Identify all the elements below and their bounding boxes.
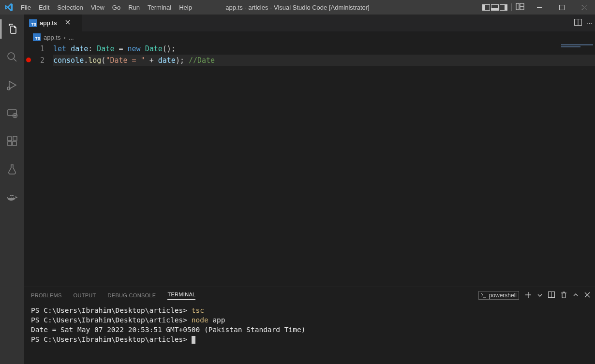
menu-help[interactable]: Help bbox=[175, 1, 196, 14]
svg-rect-16 bbox=[8, 142, 12, 146]
svg-rect-0 bbox=[516, 3, 519, 10]
token-variable: date bbox=[158, 56, 176, 65]
token-punct: . bbox=[84, 56, 88, 65]
bottom-panel: PROBLEMS OUTPUT DEBUG CONSOLE TERMINAL p… bbox=[24, 287, 595, 364]
title-bar-right bbox=[482, 0, 595, 15]
token-punct: ); bbox=[176, 56, 189, 65]
vscode-logo-icon bbox=[0, 3, 17, 12]
line-number-gutter: 1 2 bbox=[33, 43, 53, 287]
activity-explorer-icon[interactable] bbox=[0, 19, 24, 39]
tab-output[interactable]: OUTPUT bbox=[74, 292, 96, 298]
tab-terminal[interactable]: TERMINAL bbox=[167, 291, 195, 300]
svg-rect-2 bbox=[520, 7, 524, 10]
window-title: app.ts - articles - Visual Studio Code [… bbox=[225, 4, 369, 11]
breakpoint-icon[interactable] bbox=[26, 58, 31, 62]
menu-file[interactable]: File bbox=[17, 1, 35, 14]
editor-actions: ··· bbox=[574, 15, 592, 31]
tab-label: app.ts bbox=[40, 19, 57, 27]
token-type: Date bbox=[97, 44, 114, 53]
tab-app-ts[interactable]: TS app.ts bbox=[24, 15, 82, 31]
activity-extensions-icon[interactable] bbox=[0, 131, 24, 151]
activity-docker-icon[interactable] bbox=[0, 188, 24, 207]
breadcrumb[interactable]: TS app.ts › ... bbox=[24, 31, 595, 43]
tab-close-icon[interactable] bbox=[64, 19, 71, 27]
terminal-prompt: PS C:\Users\Ibrahim\Desktop\articles> bbox=[31, 306, 192, 314]
terminal-prompt: PS C:\Users\Ibrahim\Desktop\articles> bbox=[31, 316, 192, 324]
new-terminal-icon[interactable] bbox=[525, 291, 532, 300]
activity-bar bbox=[0, 15, 24, 364]
typescript-file-icon: TS bbox=[33, 33, 41, 41]
svg-rect-1 bbox=[520, 3, 524, 6]
svg-rect-18 bbox=[13, 136, 17, 140]
toggle-sidepanel-icon[interactable] bbox=[500, 4, 507, 11]
code-content[interactable]: let date: Date = new Date(); console.log… bbox=[53, 43, 595, 287]
terminal-output: Date = Sat May 07 2022 20:53:51 GMT+0500… bbox=[31, 326, 305, 334]
minimap-line bbox=[561, 46, 580, 47]
menu-run[interactable]: Run bbox=[124, 1, 144, 14]
token-comment: //Date bbox=[189, 56, 215, 65]
token-object: console bbox=[53, 56, 84, 65]
layout-controls bbox=[482, 3, 524, 12]
terminal-command: tsc bbox=[192, 306, 204, 314]
token-punct: + bbox=[145, 56, 158, 65]
panel-tabs: PROBLEMS OUTPUT DEBUG CONSOLE TERMINAL p… bbox=[24, 287, 595, 304]
token-type: Date bbox=[145, 44, 163, 53]
customize-layout-icon[interactable] bbox=[516, 3, 524, 12]
breadcrumb-more: ... bbox=[69, 34, 74, 41]
breadcrumb-separator: › bbox=[63, 34, 65, 41]
terminal-prompt: PS C:\Users\Ibrahim\Desktop\articles> bbox=[31, 335, 192, 343]
activity-testing-icon[interactable] bbox=[0, 160, 24, 179]
svg-rect-4 bbox=[559, 5, 564, 10]
svg-line-8 bbox=[14, 58, 16, 61]
breadcrumb-file: app.ts bbox=[44, 34, 60, 41]
more-actions-icon[interactable]: ··· bbox=[587, 19, 592, 27]
terminal-shell-name: powershell bbox=[489, 292, 517, 299]
token-punct: = bbox=[114, 44, 127, 53]
breakpoint-gutter[interactable] bbox=[24, 43, 33, 287]
menu-go[interactable]: Go bbox=[108, 1, 124, 14]
line-number: 2 bbox=[33, 55, 45, 66]
menu-edit[interactable]: Edit bbox=[35, 1, 53, 14]
close-panel-icon[interactable] bbox=[584, 292, 590, 299]
window-maximize-button[interactable] bbox=[550, 0, 573, 15]
terminal-command: node bbox=[192, 316, 213, 324]
token-variable: date bbox=[71, 44, 88, 53]
menu-bar: File Edit Selection View Go Run Terminal… bbox=[17, 1, 196, 14]
menu-terminal[interactable]: Terminal bbox=[144, 1, 175, 14]
kill-terminal-icon[interactable] bbox=[561, 291, 567, 300]
toggle-sidebar-icon[interactable] bbox=[482, 4, 490, 11]
token-string: "Date = " bbox=[105, 56, 145, 65]
title-bar: File Edit Selection View Go Run Terminal… bbox=[0, 0, 595, 15]
terminal-content[interactable]: PS C:\Users\Ibrahim\Desktop\articles> ts… bbox=[24, 304, 595, 364]
svg-point-7 bbox=[8, 53, 15, 59]
menu-selection[interactable]: Selection bbox=[53, 1, 87, 14]
split-terminal-icon[interactable] bbox=[548, 291, 555, 299]
terminal-profile-selector[interactable]: powershell bbox=[478, 291, 519, 300]
activity-remote-icon[interactable] bbox=[0, 103, 24, 123]
tab-problems[interactable]: PROBLEMS bbox=[31, 292, 62, 298]
svg-rect-11 bbox=[8, 110, 16, 116]
activity-search-icon[interactable] bbox=[0, 47, 24, 67]
menu-view[interactable]: View bbox=[87, 1, 108, 14]
terminal-dropdown-icon[interactable] bbox=[537, 292, 542, 299]
maximize-panel-icon[interactable] bbox=[573, 292, 579, 299]
split-editor-icon[interactable] bbox=[574, 19, 582, 27]
minimap-line bbox=[561, 44, 593, 45]
tab-debug-console[interactable]: DEBUG CONSOLE bbox=[108, 292, 156, 298]
activity-run-debug-icon[interactable] bbox=[0, 75, 24, 95]
token-keyword: new bbox=[128, 44, 145, 53]
typescript-file-icon: TS bbox=[29, 19, 37, 27]
svg-rect-17 bbox=[13, 142, 16, 146]
svg-rect-15 bbox=[8, 137, 12, 141]
code-editor[interactable]: 1 2 let date: Date = new Date(); console… bbox=[24, 43, 595, 287]
tab-bar: TS app.ts ··· bbox=[24, 15, 595, 31]
toggle-panel-icon[interactable] bbox=[491, 4, 499, 11]
terminal-cursor bbox=[192, 336, 195, 344]
token-punct: (); bbox=[163, 44, 176, 53]
minimap[interactable] bbox=[547, 43, 595, 287]
token-punct: : bbox=[88, 44, 97, 53]
window-minimize-button[interactable] bbox=[528, 0, 550, 15]
editor-group: TS app.ts ··· TS app.ts › ... bbox=[24, 15, 595, 364]
token-keyword: let bbox=[53, 44, 71, 53]
window-close-button[interactable] bbox=[573, 0, 595, 15]
